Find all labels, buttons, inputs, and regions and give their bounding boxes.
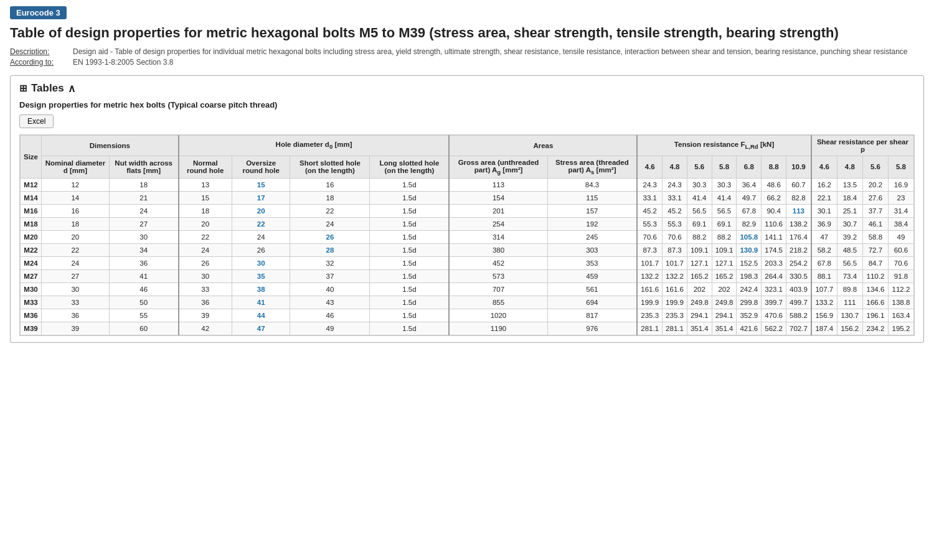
- cell-ssh: 32: [290, 256, 370, 269]
- col-t68: 6.8: [737, 156, 762, 178]
- cell-t46: 70.6: [637, 230, 662, 243]
- cell-nrh: 26: [179, 256, 232, 269]
- cell-ssh: 18: [290, 191, 370, 204]
- table-row: M1616241820221.5d20115745.245.256.556.56…: [21, 204, 914, 217]
- cell-ssh: 16: [290, 178, 370, 191]
- cell-orh: 22: [232, 217, 290, 230]
- cell-orh: 35: [232, 269, 290, 282]
- cell-t46: 45.2: [637, 204, 662, 217]
- cell-t109: 702.7: [786, 322, 811, 335]
- collapse-icon[interactable]: ∧: [68, 82, 75, 95]
- col-tension: Tension resistance FL,Rd [kN]: [637, 135, 811, 156]
- cell-t58: 202: [712, 282, 737, 296]
- cell-t46: 24.3: [637, 178, 662, 191]
- cell-orh: 24: [232, 230, 290, 243]
- cell-t109: 588.2: [786, 309, 811, 322]
- cell-d: 30: [42, 282, 110, 296]
- cell-t58: 30.3: [712, 178, 737, 191]
- cell-t68: 242.4: [737, 282, 762, 296]
- cell-t56: 127.1: [687, 256, 712, 269]
- cell-s56: 196.1: [862, 309, 888, 322]
- cell-t48: 70.6: [663, 230, 687, 243]
- cell-s58: 70.6: [888, 256, 913, 269]
- cell-s48: 56.5: [837, 256, 862, 269]
- cell-nrh: 39: [179, 309, 232, 322]
- cell-t46: 87.3: [637, 243, 662, 256]
- cell-t68: 67.8: [737, 204, 762, 217]
- cell-nut: 55: [109, 309, 178, 322]
- cell-t46: 101.7: [637, 256, 662, 269]
- cell-nut: 60: [109, 322, 178, 335]
- cell-t48: 161.6: [663, 282, 687, 296]
- cell-t56: 249.8: [687, 296, 712, 309]
- cell-nrh: 20: [179, 217, 232, 230]
- cell-t109: 218.2: [786, 243, 811, 256]
- cell-ssh: 26: [290, 230, 370, 243]
- cell-t46: 132.2: [637, 269, 662, 282]
- cell-ssh: 24: [290, 217, 370, 230]
- cell-s56: 20.2: [862, 178, 888, 191]
- cell-s58: 31.4: [888, 204, 913, 217]
- cell-lsh: 1.5d: [370, 309, 449, 322]
- cell-ssh: 43: [290, 296, 370, 309]
- cell-s48: 30.7: [837, 217, 862, 230]
- cell-t68: 36.4: [737, 178, 762, 191]
- cell-t68: 82.9: [737, 217, 762, 230]
- cell-t58: 165.2: [712, 269, 737, 282]
- cell-t58: 41.4: [712, 191, 737, 204]
- cell-gross: 1020: [449, 309, 547, 322]
- according-label: According to:: [10, 58, 69, 67]
- cell-s58: 163.4: [888, 309, 913, 322]
- cell-t46: 55.3: [637, 217, 662, 230]
- cell-nut: 27: [109, 217, 178, 230]
- cell-s56: 27.6: [862, 191, 888, 204]
- cell-d: 39: [42, 322, 110, 335]
- cell-ssh: 49: [290, 322, 370, 335]
- cell-s58: 16.9: [888, 178, 913, 191]
- description-value: Design aid - Table of design properties …: [73, 47, 908, 56]
- cell-stress: 353: [547, 256, 637, 269]
- col-normal-round-hole: Normal round hole: [179, 156, 232, 178]
- cell-stress: 84.3: [547, 178, 637, 191]
- cell-t58: 56.5: [712, 204, 737, 217]
- cell-t48: 132.2: [663, 269, 687, 282]
- table-row: M2424362630321.5d452353101.7101.7127.112…: [21, 256, 914, 269]
- cell-t68: 152.5: [737, 256, 762, 269]
- cell-nrh: 18: [179, 204, 232, 217]
- cell-d: 24: [42, 256, 110, 269]
- cell-gross: 314: [449, 230, 547, 243]
- col-s46: 4.6: [811, 156, 837, 178]
- cell-t109: 82.8: [786, 191, 811, 204]
- cell-stress: 459: [547, 269, 637, 282]
- col-nut-width: Nut width across flats [mm]: [109, 156, 178, 178]
- table-row: M3030463338401.5d707561161.6161.62022022…: [21, 282, 914, 296]
- cell-t88: 562.2: [762, 322, 786, 335]
- cell-t48: 199.9: [663, 296, 687, 309]
- cell-t56: 69.1: [687, 217, 712, 230]
- cell-orh: 41: [232, 296, 290, 309]
- cell-t109: 138.2: [786, 217, 811, 230]
- cell-t88: 141.1: [762, 230, 786, 243]
- cell-lsh: 1.5d: [370, 230, 449, 243]
- cell-orh: 20: [232, 204, 290, 217]
- cell-t68: 352.9: [737, 309, 762, 322]
- cell-t56: 88.2: [687, 230, 712, 243]
- cell-t88: 110.6: [762, 217, 786, 230]
- cell-s56: 166.6: [862, 296, 888, 309]
- cell-size: M16: [21, 204, 42, 217]
- cell-t48: 281.1: [663, 322, 687, 335]
- cell-ssh: 46: [290, 309, 370, 322]
- cell-lsh: 1.5d: [370, 178, 449, 191]
- excel-button[interactable]: Excel: [19, 114, 54, 128]
- col-t48: 4.8: [663, 156, 687, 178]
- cell-s48: 111: [837, 296, 862, 309]
- cell-s48: 48.5: [837, 243, 862, 256]
- cell-s56: 37.7: [862, 204, 888, 217]
- cell-t88: 203.3: [762, 256, 786, 269]
- cell-stress: 303: [547, 243, 637, 256]
- cell-t88: 48.6: [762, 178, 786, 191]
- cell-t68: 49.7: [737, 191, 762, 204]
- cell-size: M39: [21, 322, 42, 335]
- cell-s46: 30.1: [811, 204, 837, 217]
- cell-t109: 330.5: [786, 269, 811, 282]
